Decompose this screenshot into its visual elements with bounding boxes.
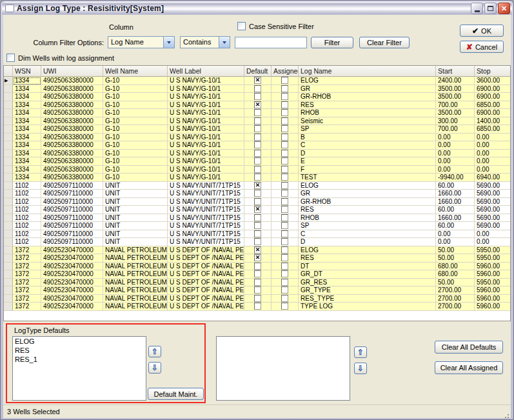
unchecked-checkbox-icon[interactable] xyxy=(254,125,261,132)
column-header-log-name[interactable]: Log Name xyxy=(299,66,436,77)
unchecked-checkbox-icon[interactable] xyxy=(254,109,261,116)
unchecked-checkbox-icon[interactable] xyxy=(281,206,288,213)
unchecked-checkbox-icon[interactable] xyxy=(254,295,261,302)
grid-row[interactable]: 137249025230470000NAVAL PETROLEUM RESU S… xyxy=(4,254,510,263)
checked-checkbox-icon[interactable]: ✕ xyxy=(254,254,261,261)
unchecked-checkbox-icon[interactable] xyxy=(281,101,288,108)
assigned-move-down-button[interactable]: ⇩ xyxy=(354,363,367,374)
grid-row[interactable]: 110249025097110000UNITU S NAVY/UNIT/71TP… xyxy=(4,206,510,214)
default-checkbox-cell[interactable] xyxy=(244,93,272,101)
unchecked-checkbox-icon[interactable] xyxy=(281,85,288,92)
default-checkbox-cell[interactable] xyxy=(244,157,272,166)
unchecked-checkbox-icon[interactable] xyxy=(281,157,288,165)
assigned-checkbox-cell[interactable] xyxy=(272,150,299,158)
grid-row[interactable]: 133449025063380000G-10U S NAVY/G-10/1✕RE… xyxy=(4,101,510,110)
close-button[interactable]: ✕ xyxy=(498,3,510,14)
column-header-uwi[interactable]: UWI xyxy=(41,66,103,77)
default-checkbox-cell[interactable] xyxy=(244,295,272,303)
default-checkbox-cell[interactable]: ✕ xyxy=(244,182,272,190)
unchecked-checkbox-icon[interactable] xyxy=(281,182,288,189)
row-selector[interactable] xyxy=(4,190,13,198)
grid-row[interactable]: 133449025063380000G-10U S NAVY/G-10/1D0.… xyxy=(4,150,510,158)
assigned-checkbox-cell[interactable] xyxy=(272,77,299,85)
assigned-checkbox-cell[interactable] xyxy=(272,182,299,190)
unchecked-checkbox-icon[interactable] xyxy=(281,150,288,157)
row-selector[interactable] xyxy=(4,238,13,246)
assigned-checkbox-cell[interactable] xyxy=(272,117,299,126)
default-checkbox-cell[interactable] xyxy=(244,166,272,174)
row-selector[interactable] xyxy=(4,246,13,255)
default-checkbox-cell[interactable] xyxy=(244,85,272,94)
list-item[interactable]: RES_1 xyxy=(13,355,146,364)
assigned-checkbox-cell[interactable] xyxy=(272,101,299,110)
default-checkbox-cell[interactable] xyxy=(244,134,272,142)
unchecked-checkbox-icon[interactable] xyxy=(254,157,261,165)
column-header-assigned[interactable]: Assigned xyxy=(272,66,299,77)
grid-row[interactable]: 137249025230470000NAVAL PETROLEUM RESU S… xyxy=(4,246,510,255)
default-checkbox-cell[interactable]: ✕ xyxy=(244,101,272,110)
unchecked-checkbox-icon[interactable] xyxy=(254,214,261,221)
unchecked-checkbox-icon[interactable] xyxy=(254,198,261,205)
unchecked-checkbox-icon[interactable] xyxy=(281,286,288,294)
list-item[interactable]: RES xyxy=(13,346,146,355)
row-selector[interactable] xyxy=(4,222,13,230)
default-checkbox-cell[interactable]: ✕ xyxy=(244,254,272,263)
unchecked-checkbox-icon[interactable] xyxy=(254,270,261,277)
default-checkbox-cell[interactable] xyxy=(244,190,272,198)
row-selector[interactable] xyxy=(4,230,13,239)
unchecked-checkbox-icon[interactable] xyxy=(281,125,288,132)
row-selector[interactable] xyxy=(4,157,13,166)
default-checkbox-cell[interactable] xyxy=(244,279,272,287)
assigned-checkbox-cell[interactable] xyxy=(272,134,299,142)
grid-row[interactable]: 137249025230470000NAVAL PETROLEUM RESU S… xyxy=(4,263,510,271)
filter-text-input[interactable] xyxy=(235,37,307,48)
default-checkbox-cell[interactable] xyxy=(244,109,272,117)
grid-row[interactable]: 133449025063380000G-10U S NAVY/G-10/1GR-… xyxy=(4,93,510,101)
well-log-grid[interactable]: WSN UWI Well Name Well Label Default Ass… xyxy=(3,65,511,321)
assigned-checkbox-cell[interactable] xyxy=(272,214,299,223)
unchecked-checkbox-icon[interactable] xyxy=(254,141,261,148)
grid-row[interactable]: 110249025097110000UNITU S NAVY/UNIT/71TP… xyxy=(4,238,510,246)
unchecked-checkbox-icon[interactable] xyxy=(281,303,288,310)
row-selector[interactable] xyxy=(4,263,13,271)
grid-row[interactable]: 110249025097110000UNITU S NAVY/UNIT/71TP… xyxy=(4,182,510,190)
assigned-checkbox-cell[interactable] xyxy=(272,157,299,166)
unchecked-checkbox-icon[interactable] xyxy=(254,230,261,237)
grid-row[interactable]: 110249025097110000UNITU S NAVY/UNIT/71TP… xyxy=(4,214,510,223)
row-selector[interactable] xyxy=(4,206,13,214)
resize-grip-icon[interactable] xyxy=(508,414,509,415)
assigned-checkbox-cell[interactable] xyxy=(272,279,299,287)
dim-wells-checkbox[interactable] xyxy=(6,54,15,62)
default-checkbox-cell[interactable] xyxy=(244,214,272,223)
row-selector[interactable] xyxy=(4,117,13,126)
unchecked-checkbox-icon[interactable] xyxy=(254,134,261,141)
default-checkbox-cell[interactable] xyxy=(244,303,272,311)
assigned-checkbox-cell[interactable] xyxy=(272,222,299,230)
row-selector[interactable] xyxy=(4,286,13,295)
unchecked-checkbox-icon[interactable] xyxy=(254,166,261,173)
unchecked-checkbox-icon[interactable] xyxy=(281,117,288,125)
column-header-start[interactable]: Start xyxy=(436,66,475,77)
grid-row[interactable]: 110249025097110000UNITU S NAVY/UNIT/71TP… xyxy=(4,222,510,230)
row-selector[interactable] xyxy=(4,198,13,206)
assigned-checkbox-cell[interactable] xyxy=(272,295,299,303)
assigned-checkbox-cell[interactable] xyxy=(272,141,299,150)
grid-row[interactable]: 133449025063380000G-10U S NAVY/G-10/1GR3… xyxy=(4,85,510,94)
grid-row[interactable]: 133449025063380000G-10U S NAVY/G-10/1Sei… xyxy=(4,117,510,126)
row-selector[interactable]: ▶ xyxy=(4,77,13,85)
column-header-well-name[interactable]: Well Name xyxy=(103,66,168,77)
assigned-checkbox-cell[interactable] xyxy=(272,286,299,295)
row-selector[interactable] xyxy=(4,214,13,223)
unchecked-checkbox-icon[interactable] xyxy=(254,117,261,125)
filter-column-select[interactable]: Log Name xyxy=(108,36,175,48)
unchecked-checkbox-icon[interactable] xyxy=(254,238,261,245)
row-selector[interactable] xyxy=(4,270,13,279)
assigned-list[interactable] xyxy=(216,336,350,401)
checked-checkbox-icon[interactable]: ✕ xyxy=(254,77,261,84)
case-sensitive-checkbox[interactable] xyxy=(237,22,246,30)
assigned-checkbox-cell[interactable] xyxy=(272,254,299,263)
default-checkbox-cell[interactable] xyxy=(244,117,272,126)
checked-checkbox-icon[interactable]: ✕ xyxy=(254,206,261,213)
unchecked-checkbox-icon[interactable] xyxy=(281,263,288,270)
assigned-checkbox-cell[interactable] xyxy=(272,109,299,117)
